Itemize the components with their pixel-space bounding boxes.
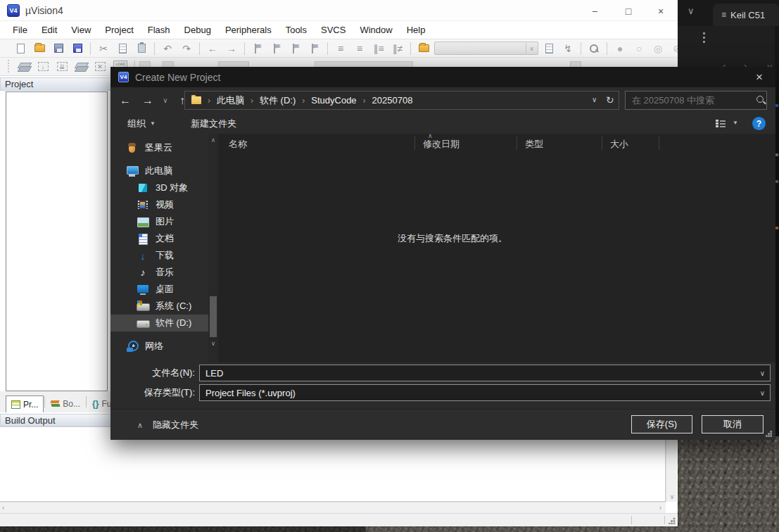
cut-icon[interactable]: ✂ [95, 41, 112, 56]
column-divider[interactable] [414, 136, 415, 150]
scrollbar-thumb[interactable] [210, 296, 217, 337]
goto-reference-icon[interactable]: ↯ [559, 41, 576, 56]
address-dropdown-chevron-icon[interactable]: ∨ [592, 96, 597, 103]
help-button[interactable]: ? [752, 117, 766, 130]
save-all-icon[interactable] [69, 41, 86, 56]
kebab-menu-icon[interactable] [703, 32, 705, 44]
close-button[interactable]: × [650, 4, 671, 18]
bookmark-toggle-icon[interactable] [249, 41, 266, 56]
tab-project[interactable]: Pr... [6, 395, 44, 412]
bookmark-next-icon[interactable] [287, 41, 304, 56]
filename-field[interactable]: ∨ [199, 365, 771, 381]
sidebar-item-system-c[interactable]: 系统 (C:) [110, 298, 208, 315]
save-button[interactable]: 保存(S) [631, 415, 692, 433]
bookmark-clear-icon[interactable]: ​ [306, 41, 323, 56]
scroll-left-icon[interactable]: ‹ [2, 504, 4, 512]
menu-debug[interactable]: Debug [177, 25, 218, 35]
horizontal-scrollbar[interactable]: ‹› [0, 502, 666, 513]
save-icon[interactable] [50, 41, 67, 56]
search-icon[interactable] [756, 95, 761, 106]
minimize-button[interactable]: − [584, 4, 605, 18]
chevron-down-icon[interactable]: ∨ [688, 6, 695, 16]
outdent-icon[interactable]: ≡ [351, 41, 368, 56]
redo-icon[interactable]: ↷ [178, 41, 195, 56]
new-folder-button[interactable]: 新建文件夹 [191, 118, 236, 130]
navigate-back-icon[interactable]: ← [204, 41, 221, 56]
scroll-right-icon[interactable]: › [659, 504, 661, 512]
copy-icon[interactable] [114, 41, 131, 56]
sidebar-item-downloads[interactable]: ↓下载 [110, 247, 208, 264]
sidebar-item-network[interactable]: 网络 [110, 338, 208, 355]
breakpoint-toggle-icon[interactable]: ● [612, 41, 628, 56]
uncomment-icon[interactable]: ∥≠ [389, 41, 406, 56]
filetype-select[interactable]: Project Files (*.uvproj) ∨ [199, 384, 771, 401]
stop-build-icon[interactable]: ✕ [91, 59, 108, 75]
toolbar-drag-handle[interactable] [7, 60, 11, 74]
sidebar-item-videos[interactable]: 视频 [110, 196, 208, 213]
sidebar-item-software-d[interactable]: 软件 (D:) [110, 315, 208, 331]
organize-button[interactable]: 组织 ▼ [127, 118, 156, 130]
column-type[interactable]: 类型 [525, 138, 543, 151]
bookmark-prev-icon[interactable] [268, 41, 285, 56]
project-tree-area[interactable] [6, 91, 108, 391]
sidebar-item-music[interactable]: ♪音乐 [110, 264, 208, 281]
view-dropdown-arrow-icon[interactable]: ▼ [733, 120, 738, 126]
comment-icon[interactable]: ∥≡ [370, 41, 387, 56]
cancel-button[interactable]: 取消 [702, 415, 764, 433]
column-size[interactable]: 大小 [610, 138, 628, 151]
back-button[interactable]: ← [113, 94, 137, 107]
find-in-files-icon[interactable] [415, 41, 432, 56]
navigate-forward-icon[interactable]: → [223, 41, 240, 56]
breadcrumb[interactable]: › 此电脑 › 软件 (D:) › StudyCode › 20250708 [184, 91, 619, 110]
menu-flash[interactable]: Flash [141, 25, 177, 35]
refresh-icon[interactable]: ↻ [606, 94, 614, 106]
breadcrumb-studycode[interactable]: StudyCode [311, 95, 356, 106]
dialog-resize-grip[interactable] [766, 431, 772, 437]
menu-file[interactable]: File [6, 25, 34, 35]
indent-icon[interactable]: ≡ [332, 41, 349, 56]
find-combobox[interactable]: ∨ [434, 42, 538, 55]
search-box[interactable] [625, 91, 767, 110]
sidebar-item-nutstore[interactable]: 坚果云 [110, 139, 208, 156]
column-divider[interactable] [659, 136, 659, 150]
tab-books[interactable]: Bo... [46, 395, 85, 412]
maximize-button[interactable]: □ [618, 4, 639, 18]
incremental-find-icon[interactable] [540, 41, 557, 56]
open-file-icon[interactable] [31, 41, 48, 56]
combobox-chevron-icon[interactable]: ∨ [526, 43, 537, 53]
build-icon[interactable]: ↓ [34, 59, 51, 75]
breakpoint-disable-icon[interactable]: ◎ [650, 41, 666, 56]
column-name[interactable]: 名称 [229, 138, 247, 151]
menu-svcs[interactable]: SVCS [314, 25, 353, 35]
column-divider[interactable] [602, 136, 602, 150]
search-input[interactable] [626, 95, 756, 106]
chevron-down-icon[interactable]: ∨ [760, 389, 765, 397]
menu-view[interactable]: View [64, 25, 98, 35]
column-divider[interactable] [517, 136, 517, 150]
sidebar-item-desktop[interactable]: 桌面 [110, 281, 208, 298]
new-file-icon[interactable] [12, 41, 29, 56]
browser-tab-keil[interactable]: ≡ Keil C51 [713, 4, 779, 26]
menu-help[interactable]: Help [400, 25, 433, 35]
chevron-down-icon[interactable]: ∨ [760, 369, 765, 377]
scroll-up-icon[interactable]: ∧ [208, 137, 218, 144]
filename-input[interactable] [200, 368, 770, 379]
menu-project[interactable]: Project [98, 25, 140, 35]
scroll-down-icon[interactable]: ∨ [208, 340, 218, 347]
sidebar-item-3d-objects[interactable]: 3D 对象 [110, 179, 208, 196]
sidebar-item-documents[interactable]: 文档 [110, 230, 208, 247]
paste-icon[interactable] [133, 41, 150, 56]
rebuild-icon[interactable]: ⇊ [53, 59, 70, 75]
dialog-close-button[interactable]: × [749, 68, 770, 86]
breadcrumb-this-pc[interactable]: 此电脑 [217, 94, 244, 107]
find-icon[interactable] [585, 41, 602, 56]
scroll-down-icon[interactable]: ∨ [666, 491, 678, 502]
menu-window[interactable]: Window [353, 25, 399, 35]
recent-locations-chevron-icon[interactable]: ∨ [158, 96, 172, 104]
breadcrumb-20250708[interactable]: 20250708 [372, 95, 413, 106]
breadcrumb-drive-d[interactable]: 软件 (D:) [260, 94, 296, 107]
column-date-modified[interactable]: 修改日期 [423, 138, 460, 151]
sidebar-item-pictures[interactable]: 图片 [110, 213, 208, 230]
resize-grip[interactable] [669, 517, 676, 524]
view-mode-icon[interactable] [716, 119, 726, 129]
